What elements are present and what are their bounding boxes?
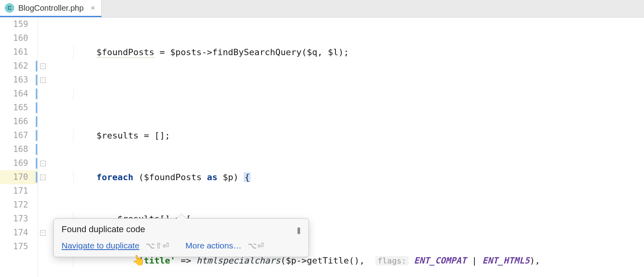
line-number: 168 <box>0 142 38 156</box>
line-number: 163 <box>0 73 38 87</box>
line-number: 173 <box>0 212 38 226</box>
line-number: 162 <box>0 59 38 73</box>
line-number: 171 <box>0 184 38 198</box>
code-line: foreach ($foundPosts as $p) { <box>48 170 644 184</box>
parameter-hint: flags: <box>375 256 409 265</box>
php-class-icon: C <box>5 3 14 13</box>
code-line: $foundPosts = $posts->findBySearchQuery(… <box>48 45 644 59</box>
line-number: 174 <box>0 226 38 240</box>
matched-brace: { <box>244 172 251 182</box>
fold-toggle-icon[interactable]: − <box>40 77 46 83</box>
line-number: 170 <box>0 170 38 184</box>
shortcut-hint: ⌥⏎ <box>248 241 264 250</box>
inspection-popup: Found duplicate code ••• Navigate to dup… <box>53 218 309 257</box>
close-icon[interactable]: × <box>91 4 95 12</box>
fold-toggle-icon[interactable]: − <box>40 63 46 69</box>
line-number: 175 <box>0 240 38 254</box>
line-number: 164 <box>0 87 38 101</box>
popup-title: Found duplicate code <box>62 224 145 235</box>
line-number-gutter: 159 160 161 162 163 164 165 166 167 168 … <box>0 17 38 277</box>
navigate-to-duplicate-link[interactable]: Navigate to duplicate <box>62 241 139 250</box>
line-number: 172 <box>0 198 38 212</box>
line-number: 161 <box>0 45 38 59</box>
fold-toggle-icon[interactable]: − <box>40 175 46 180</box>
code-line <box>48 87 644 101</box>
fold-toggle-icon[interactable]: − <box>40 161 46 166</box>
more-actions-link[interactable]: More actions… <box>185 241 241 250</box>
line-number: 160 <box>0 31 38 45</box>
line-number: 169 <box>0 156 38 170</box>
tab-bar: C BlogController.php × <box>0 0 644 17</box>
line-number: 166 <box>0 115 38 129</box>
code-line: $results = []; <box>48 129 644 142</box>
more-options-icon[interactable]: ••• <box>297 227 301 233</box>
fold-column: − − − − − <box>38 17 48 277</box>
line-number: 159 <box>0 17 38 31</box>
tab-filename: BlogController.php <box>18 4 84 13</box>
fold-toggle-icon[interactable]: − <box>40 230 46 236</box>
editor-tab[interactable]: C BlogController.php × <box>0 0 102 17</box>
shortcut-hint: ⌥⇧⏎ <box>146 241 170 250</box>
line-number: 165 <box>0 101 38 115</box>
line-number: 167 <box>0 129 38 142</box>
